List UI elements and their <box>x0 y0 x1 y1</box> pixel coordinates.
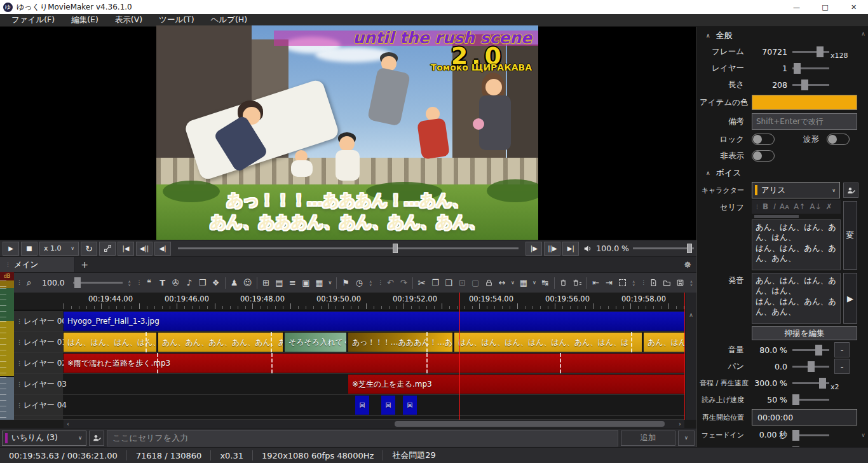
scroll-up-icon[interactable]: ∧ <box>859 27 867 37</box>
font-button[interactable]: Aᴀ <box>780 202 789 211</box>
add-character-item-icon[interactable]: ♟ <box>230 277 239 289</box>
layer-01-label[interactable]: ⋮レイヤー 01 <box>14 332 64 352</box>
keyframe-nav-button[interactable] <box>99 242 116 256</box>
paste-frame-icon[interactable]: ▢ <box>471 277 480 289</box>
timeline-item-voice[interactable]: そろそろ入れてください <box>285 333 346 352</box>
gear-icon[interactable]: ☸ <box>684 260 691 270</box>
timeline-item-small[interactable]: 回 <box>381 396 395 415</box>
character-edit-button[interactable] <box>89 431 104 446</box>
layer-04-label[interactable]: ⋮レイヤー 04 <box>14 395 64 415</box>
layer-00-label[interactable]: ⋮レイヤー 00 <box>14 311 64 331</box>
add-voice-item-icon[interactable]: ❝ <box>145 277 154 289</box>
seek-slider-thumb[interactable] <box>393 244 398 253</box>
scroll-up-icon[interactable]: ∧ <box>689 312 693 318</box>
pan-slider-thumb[interactable] <box>808 361 815 372</box>
character-select[interactable]: いちりん (3) ∨ <box>2 431 86 446</box>
tab-main[interactable]: ⋮ メイン <box>0 257 75 273</box>
video-preview[interactable]: until the rush scene 2.0 Томоко ЩИРАКАВА… <box>156 25 538 240</box>
layer-02-label[interactable]: ⋮レイヤー 02 <box>14 353 64 373</box>
lock-icon[interactable] <box>484 277 493 289</box>
voice-volume-adjust-button[interactable]: - <box>834 342 850 357</box>
fade-in-slider[interactable] <box>792 434 829 436</box>
fade-in-thumb[interactable] <box>792 430 799 441</box>
chevron-down-icon[interactable]: ∨ <box>329 280 332 286</box>
timeline-item-voice[interactable]: あん、あん、あん、あん、あん、あん、あん <box>158 333 283 352</box>
bookmark-icon[interactable]: ⚑ <box>341 277 350 289</box>
paste-icon[interactable]: ❑ <box>444 277 453 289</box>
add-group-item-icon[interactable]: ▤ <box>275 277 284 289</box>
size-up-button[interactable]: A↑ <box>794 202 805 211</box>
redo-icon[interactable]: ↷ <box>399 277 408 289</box>
serif-textarea[interactable]: あん、はん、はん、あん、はん、 はん、はん、あん、あん、あん、 <box>752 219 841 270</box>
chevron-down-icon[interactable]: ∨ <box>511 280 515 286</box>
add-text-item-icon[interactable]: T <box>158 277 167 289</box>
maximize-button[interactable]: □ <box>811 0 839 14</box>
volume-slider[interactable] <box>633 247 694 249</box>
add-shape-item-icon[interactable]: ❖ <box>212 277 220 289</box>
seek-slider[interactable] <box>178 247 519 249</box>
scroll-left-icon[interactable]: ‹ <box>64 420 72 427</box>
voice-volume-thumb[interactable] <box>815 345 822 356</box>
layer-05-label[interactable]: ⋮レイヤー 05 <box>14 416 64 420</box>
panel-scrollbar[interactable]: ∧ ∨ <box>859 27 867 447</box>
speaker-icon[interactable] <box>583 244 592 253</box>
section-voice[interactable]: ∧ ボイス <box>700 165 858 181</box>
menu-edit[interactable]: 編集(E) <box>64 15 106 25</box>
clear-format-button[interactable]: ✗ <box>826 202 832 211</box>
timeline-item-image[interactable]: Hyogo_Pref_Hall_1-3.jpg <box>64 312 684 331</box>
grid-snap-icon[interactable]: ▦ <box>519 277 528 289</box>
timeline-item-voice[interactable]: はん、はん、はん、はん、はん、あん、はん、は <box>454 333 642 352</box>
timeline-item-audio[interactable]: ※芝生の上を走る.mp3 <box>348 375 684 394</box>
scroll-right-icon[interactable]: › <box>675 420 684 427</box>
align-items-icon[interactable]: ≡ <box>288 277 297 289</box>
expand-toggle-icon[interactable]: ∧∨ <box>631 280 636 286</box>
length-slider[interactable] <box>792 84 829 86</box>
layer-slider-thumb[interactable] <box>794 63 801 74</box>
speech-rate-thumb[interactable] <box>792 394 799 405</box>
loop-button[interactable]: ↻ <box>81 242 97 256</box>
next-item-button[interactable]: ||▶ <box>544 242 560 256</box>
playhead[interactable] <box>459 293 460 420</box>
delete-item-icon[interactable] <box>559 277 568 289</box>
seek-start-button[interactable]: |◀ <box>118 242 134 256</box>
add-serif-button[interactable]: 追加 <box>621 431 675 446</box>
intonation-edit-button[interactable]: 抑揚を編集 <box>752 326 857 340</box>
play-button[interactable]: ▶ <box>3 242 19 256</box>
stop-button[interactable]: ■ <box>21 242 37 256</box>
timeline-item-voice-selected[interactable]: あっ！！！…あああん！…あん、あん、あああん、あ <box>348 333 452 352</box>
paste-special-icon[interactable]: ⊡ <box>458 277 466 289</box>
voice-volume-slider[interactable] <box>792 349 829 351</box>
prev-item-button[interactable]: ◀|| <box>136 242 153 256</box>
hidden-toggle[interactable] <box>752 150 775 162</box>
add-audio-item-icon[interactable]: ♪ <box>185 277 194 289</box>
pitch-slider-thumb[interactable] <box>819 378 826 389</box>
save-file-icon[interactable] <box>675 277 684 289</box>
note-input[interactable] <box>752 113 857 130</box>
voice-character-edit-button[interactable] <box>843 183 858 198</box>
range-select-icon[interactable] <box>618 277 627 289</box>
serif-quick-input[interactable] <box>107 430 618 446</box>
add-image-item-icon[interactable]: ❒ <box>198 277 207 289</box>
add-frame-image-icon[interactable]: ▣ <box>302 277 311 289</box>
pitch-slider[interactable] <box>792 382 829 384</box>
pan-slider[interactable] <box>792 366 829 368</box>
minimize-button[interactable]: — <box>782 0 811 14</box>
close-button[interactable]: ✕ <box>839 0 868 14</box>
expand-toggle-icon[interactable]: ∧∨ <box>689 280 694 286</box>
timeline-vertical-scrollbar[interactable]: ∧ <box>685 293 696 420</box>
add-tab-button[interactable]: + <box>75 259 94 270</box>
speech-rate-slider[interactable] <box>792 399 829 401</box>
layer-slider[interactable] <box>792 67 829 69</box>
serif-scrollbar[interactable] <box>754 215 799 218</box>
cut-icon[interactable]: ✂ <box>417 277 426 289</box>
bold-button[interactable]: B <box>763 202 768 211</box>
hscroll-track[interactable] <box>72 420 675 428</box>
menu-tools[interactable]: ツール(T) <box>151 15 201 25</box>
pronunciation-textarea[interactable]: あん、はん、はん、あん、はん、 はん、はん、あん、あん、あん、 <box>752 273 841 324</box>
lock-toggle[interactable] <box>752 134 775 145</box>
fit-items-icon[interactable]: ↹ <box>541 277 550 289</box>
frame-slider[interactable] <box>792 51 829 53</box>
start-position-input[interactable] <box>752 409 857 425</box>
menu-help[interactable]: ヘルプ(H) <box>203 15 255 25</box>
timeline-horizontal-scrollbar[interactable]: ‹ › <box>64 420 684 428</box>
